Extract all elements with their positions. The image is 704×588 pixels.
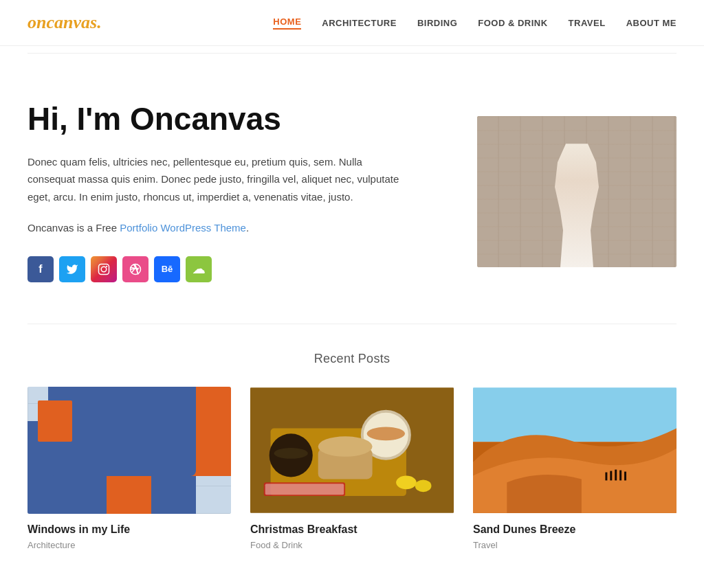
svg-rect-20 [89,457,119,478]
section-title: Recent Posts [28,352,676,366]
site-logo[interactable]: oncanvas. [28,12,102,33]
hero-body: Donec quam felis, ultricies nec, pellent… [28,153,412,206]
nav-item-about[interactable]: ABOUT ME [626,18,676,28]
svg-rect-12 [89,396,119,416]
post-card-2[interactable]: Sand Dunes Breeze Travel [473,387,676,550]
social-cloud[interactable]: ☁ [186,256,212,282]
recent-posts-section: Recent Posts [0,324,704,588]
post-title-2: Sand Dunes Breeze [473,523,676,536]
svg-point-34 [318,436,373,457]
social-icons-container: f Bē ☁ [28,256,412,282]
svg-point-2 [106,265,107,267]
svg-point-37 [396,475,417,489]
post-thumbnail-1 [250,387,454,514]
svg-rect-15 [38,427,68,447]
site-header: oncanvas. HOME ARCHITECTURE BIRDING FOOD… [0,0,704,46]
svg-rect-41 [605,472,607,480]
post-category-2: Travel [473,540,676,550]
logo-text: oncanvas [28,12,97,32]
nav-item-architecture[interactable]: ARCHITECTURE [322,18,397,28]
nav-item-food[interactable]: FOOD & DRINK [478,18,547,28]
architecture-thumb-image [28,387,231,514]
post-category-0: Architecture [28,540,231,550]
hero-image [477,116,676,267]
post-title-0: Windows in my Life [28,523,231,536]
svg-rect-36 [265,484,344,495]
hero-image-inner [477,116,676,267]
svg-rect-26 [190,489,221,510]
social-facebook[interactable]: f [28,256,54,282]
hero-heading: Hi, I'm Oncanvas [28,102,412,137]
svg-rect-16 [89,427,119,447]
svg-rect-4 [28,387,231,513]
tagline-prefix: Oncanvas is a Free [28,222,120,234]
hero-tagline: Oncanvas is a Free Portfolio WordPress T… [28,219,412,237]
social-instagram[interactable] [91,256,117,282]
hero-text-block: Hi, I'm Oncanvas Donec quam felis, ultri… [28,102,412,282]
post-card-0[interactable]: Windows in my Life Architecture [28,387,231,550]
post-title-1: Christmas Breakfast [250,523,454,536]
svg-rect-23 [38,489,68,510]
svg-rect-22 [190,457,221,478]
svg-rect-42 [610,471,612,480]
svg-rect-44 [619,470,622,480]
svg-point-38 [415,479,432,492]
social-dribbble[interactable] [122,256,148,282]
post-thumbnail-0 [28,387,231,514]
social-behance[interactable]: Bē [154,256,180,282]
svg-point-30 [367,427,405,440]
svg-rect-17 [140,427,170,447]
social-twitter[interactable] [59,256,85,282]
post-category-1: Food & Drink [250,540,454,550]
svg-rect-25 [140,489,170,510]
main-nav: HOME ARCHITECTURE BIRDING FOOD & DRINK T… [273,16,676,30]
svg-rect-45 [624,471,626,480]
svg-rect-0 [99,264,109,274]
post-thumbnail-2 [473,387,676,514]
svg-rect-13 [140,396,170,416]
svg-rect-39 [473,387,676,442]
logo-dot: . [97,12,102,32]
tagline-suffix: . [246,222,249,234]
svg-rect-14 [190,396,221,416]
nav-item-birding[interactable]: BIRDING [417,18,457,28]
nav-item-home[interactable]: HOME [273,16,301,30]
svg-rect-21 [140,457,170,478]
svg-rect-11 [38,396,68,416]
svg-rect-19 [38,457,68,478]
svg-rect-18 [190,427,221,447]
svg-rect-24 [89,489,119,510]
svg-point-32 [274,448,308,459]
nav-item-travel[interactable]: TRAVEL [569,18,606,28]
svg-point-1 [101,267,107,272]
svg-rect-43 [615,469,617,480]
hero-section: Hi, I'm Oncanvas Donec quam felis, ultri… [0,54,704,317]
tagline-link[interactable]: Portfolio WordPress Theme [120,222,246,234]
post-card-1[interactable]: Christmas Breakfast Food & Drink [250,387,454,550]
posts-grid: Windows in my Life Architecture [28,387,676,550]
